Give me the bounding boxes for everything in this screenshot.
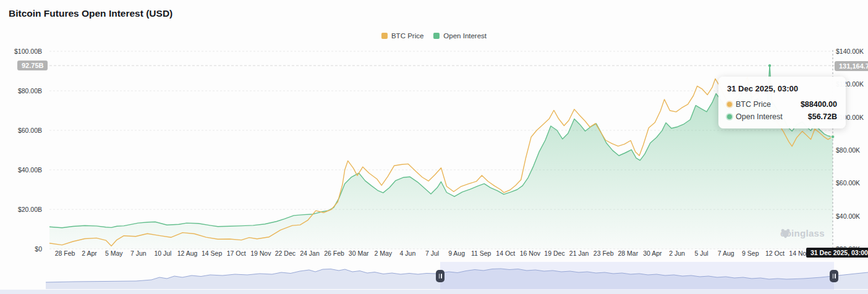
x-axis-tick: 9 Sep [742, 250, 759, 257]
left-axis-tick: $80.00B [5, 87, 42, 94]
x-axis-tick: 7 Jun [130, 250, 147, 257]
x-axis-tick: 17 Oct [227, 250, 246, 257]
x-axis-tick: 12 Aug [177, 250, 198, 257]
x-axis-tick: 26 Feb [324, 250, 344, 257]
x-axis-tick: 11 Sep [471, 250, 491, 257]
x-axis-tick: 30 Apr [643, 250, 662, 257]
open-interest-ath-badge: 92.75B [17, 61, 48, 70]
right-axis-tick: $60.00K [836, 179, 860, 187]
main-chart-canvas[interactable] [0, 0, 868, 262]
left-axis-tick: $60.00B [5, 127, 42, 134]
x-axis-tick: 24 Jan [300, 250, 320, 257]
x-axis-tick: 10 Jul [154, 250, 171, 257]
x-axis-tick: 19 Dec [544, 250, 564, 257]
right-axis-tick: $80.00K [836, 146, 860, 154]
navigator-left-handle[interactable] [436, 270, 445, 282]
x-axis-tick: 12 Oct [765, 250, 785, 257]
tooltip-label: BTC Price [736, 100, 771, 109]
left-axis-tick: $100.00B [5, 48, 42, 55]
x-axis-tick: 23 Feb [594, 250, 614, 257]
x-axis-tick: 21 Jan [569, 250, 589, 257]
open-interest-dot-icon [727, 114, 732, 119]
left-axis-tick: $0 [5, 245, 42, 253]
x-axis-tick: 9 Aug [448, 250, 465, 257]
tooltip-date: 31 Dec 2025, 03:00 [727, 84, 837, 93]
x-axis-tick: 19 Nov [250, 250, 271, 257]
left-axis-tick: $20.00B [5, 206, 42, 213]
navigator-track[interactable] [0, 290, 868, 294]
x-axis-tick: 22 Dec [275, 250, 296, 257]
right-axis-tick: $40.00K [836, 212, 860, 220]
x-axis-tick: 2 Apr [82, 250, 97, 257]
btc-price-ath-badge: 131,164.74 [835, 61, 868, 71]
tooltip-label: Open Interest [736, 112, 783, 121]
x-axis-tick: 28 Mar [618, 250, 638, 257]
x-axis-tick: 5 Jul [695, 250, 708, 257]
right-axis-tick: $140.00K [836, 48, 864, 55]
left-axis-tick: $40.00B [5, 166, 42, 174]
tooltip-row-open-interest: Open Interest $56.72B [727, 112, 837, 121]
tooltip-value: $56.72B [808, 112, 837, 121]
x-axis-tick: 4 Jun [400, 250, 416, 257]
x-axis-tick: 7 Jul [425, 250, 439, 257]
tooltip-value: $88400.00 [801, 100, 837, 109]
crosshair-time-badge: 31 Dec 2025, 03:00 [806, 248, 868, 258]
x-axis-tick: 2 Jun [669, 250, 685, 257]
coinglass-watermark: coinglass [780, 228, 825, 238]
navigator-right-handle[interactable] [830, 270, 838, 282]
navigator-minichart [0, 262, 868, 290]
x-axis-tick: 7 Aug [718, 250, 734, 257]
btc-price-dot-icon [727, 102, 732, 107]
x-axis-tick: 2 May [375, 250, 393, 257]
chart-page: Bitcoin Futures Open Interest (USD) BTC … [0, 0, 868, 294]
x-axis-tick: 5 May [105, 250, 123, 257]
tooltip-row-btc-price: BTC Price $88400.00 [727, 100, 837, 109]
x-axis-tick: 28 Feb [55, 250, 75, 257]
x-axis-tick: 16 Nov [520, 250, 540, 257]
x-axis-tick: 14 Sep [202, 250, 222, 257]
coinglass-logo-icon [780, 228, 791, 238]
chart-tooltip: 31 Dec 2025, 03:00 BTC Price $88400.00 O… [718, 77, 846, 128]
x-axis-tick: 14 Oct [496, 250, 515, 257]
range-navigator[interactable] [0, 262, 868, 290]
x-axis-tick: 30 Mar [349, 250, 369, 257]
